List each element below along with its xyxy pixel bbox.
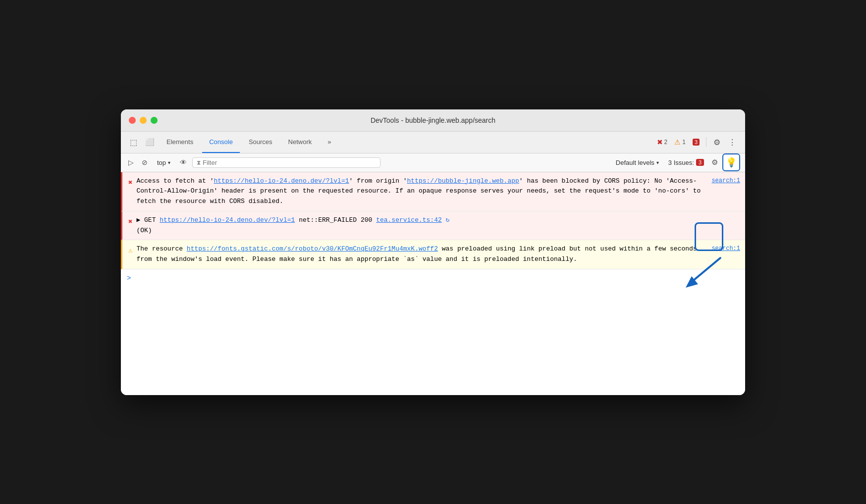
main-toolbar: ⬚ ⬜ Elements Console Sources Network » ✖… <box>121 132 745 153</box>
tab-more[interactable]: » <box>321 131 338 153</box>
refresh-icon[interactable]: ↻ <box>446 216 450 224</box>
more-button[interactable]: ⋮ <box>725 136 739 149</box>
error-text-1: Access to fetch at 'https://hello-io-24.… <box>136 177 701 205</box>
settings-button[interactable]: ⚙ <box>710 136 723 149</box>
log-source-3[interactable]: search:1 <box>711 244 740 253</box>
more-dots-icon: ⋮ <box>728 138 736 147</box>
issue-icon: 3 <box>693 139 700 146</box>
device-toggle-button[interactable]: ⬜ <box>142 136 158 149</box>
tab-console[interactable]: Console <box>202 131 240 153</box>
console-prompt: > <box>121 269 745 287</box>
maximize-button[interactable] <box>151 117 158 124</box>
chevron-down-icon: ▾ <box>168 160 170 165</box>
filter-input-wrap: ⧗ <box>192 157 380 168</box>
close-button[interactable] <box>129 117 136 124</box>
minimize-button[interactable] <box>140 117 147 124</box>
device-icon: ⬜ <box>145 138 155 147</box>
log-entry-get-error: ✖ ▶ GET https://hello-io-24.deno.dev/?lv… <box>121 211 745 241</box>
console-gear-icon: ⚙ <box>711 158 718 167</box>
traffic-lights <box>129 117 158 124</box>
cors-url-link[interactable]: https://hello-io-24.deno.dev/?lvl=1 <box>214 177 349 185</box>
tab-sources[interactable]: Sources <box>242 131 279 153</box>
tea-service-link[interactable]: tea.service.ts:42 <box>376 216 442 224</box>
warn-badge[interactable]: ⚠ 1 <box>672 137 688 147</box>
clear-console-button[interactable]: ⊘ <box>139 157 150 168</box>
tab-network[interactable]: Network <box>281 131 319 153</box>
eye-icon: 👁 <box>180 158 187 166</box>
context-selector[interactable]: top ▾ <box>153 158 174 167</box>
filter-input[interactable] <box>203 159 376 166</box>
lightbulb-icon: 💡 <box>726 157 737 168</box>
entry-body-2: ▶ GET https://hello-io-24.deno.dev/?lvl=… <box>136 215 740 236</box>
lightbulb-button[interactable]: 💡 <box>722 153 740 171</box>
log-levels-button[interactable]: Default levels ▾ <box>611 157 663 168</box>
sidebar-toggle-button[interactable]: ▷ <box>126 157 136 168</box>
prompt-symbol: > <box>127 274 131 282</box>
console-content: ✖ Access to fetch at 'https://hello-io-2… <box>121 172 745 395</box>
gear-icon: ⚙ <box>713 138 720 147</box>
clear-icon: ⊘ <box>142 158 148 166</box>
entry-body-1: Access to fetch at 'https://hello-io-24.… <box>136 176 707 207</box>
window-title: DevTools - bubble-jingle.web.app/search <box>371 116 495 124</box>
issues-badge[interactable]: 3 Issues: 3 <box>665 158 707 167</box>
error-text-2a: ▶ GET https://hello-io-24.deno.dev/?lvl=… <box>136 216 449 224</box>
console-toolbar: ▷ ⊘ top ▾ 👁 ⧗ Default levels ▾ 3 Issues:… <box>121 153 745 172</box>
cursor-icon: ⬚ <box>130 138 137 147</box>
error-icon: ✖ <box>657 138 663 146</box>
warn-text: The resource https://fonts.gstatic.com/s… <box>136 245 697 263</box>
tab-elements[interactable]: Elements <box>160 131 200 153</box>
get-url-link[interactable]: https://hello-io-24.deno.dev/?lvl=1 <box>160 216 295 224</box>
eye-button[interactable]: 👁 <box>177 157 189 168</box>
error-text-2b: (OK) <box>136 227 152 234</box>
log-source-1[interactable]: search:1 <box>711 176 740 186</box>
titlebar: DevTools - bubble-jingle.web.app/search <box>121 109 745 132</box>
error-icon-2: ✖ <box>128 216 132 236</box>
error-icon: ✖ <box>128 177 132 207</box>
warn-icon: ⚠ <box>674 138 681 146</box>
origin-link[interactable]: https://bubble-jingle.web.app <box>407 177 519 185</box>
issue-count-badge[interactable]: 3 <box>690 138 702 147</box>
console-input[interactable] <box>134 275 739 282</box>
log-entry-cors-error: ✖ Access to fetch at 'https://hello-io-2… <box>121 172 745 211</box>
levels-chevron-icon: ▾ <box>656 160 659 165</box>
error-badge[interactable]: ✖ 2 <box>654 137 670 147</box>
log-entry-preload-warn: ⚠ The resource https://fonts.gstatic.com… <box>121 240 745 269</box>
issues-error-icon: 3 <box>696 159 704 166</box>
warn-icon: ⚠ <box>128 245 132 265</box>
inspect-icon-button[interactable]: ⬚ <box>127 136 140 149</box>
filter-icon: ⧗ <box>197 159 201 166</box>
console-right-group: Default levels ▾ 3 Issues: 3 ⚙ 💡 <box>611 153 740 171</box>
sidebar-icon: ▷ <box>128 158 134 166</box>
font-url-link[interactable]: https://fonts.gstatic.com/s/roboto/v30/K… <box>187 245 438 252</box>
toolbar-divider <box>706 137 706 147</box>
console-settings-button[interactable]: ⚙ <box>709 156 720 168</box>
entry-body-3: The resource https://fonts.gstatic.com/s… <box>136 244 707 265</box>
